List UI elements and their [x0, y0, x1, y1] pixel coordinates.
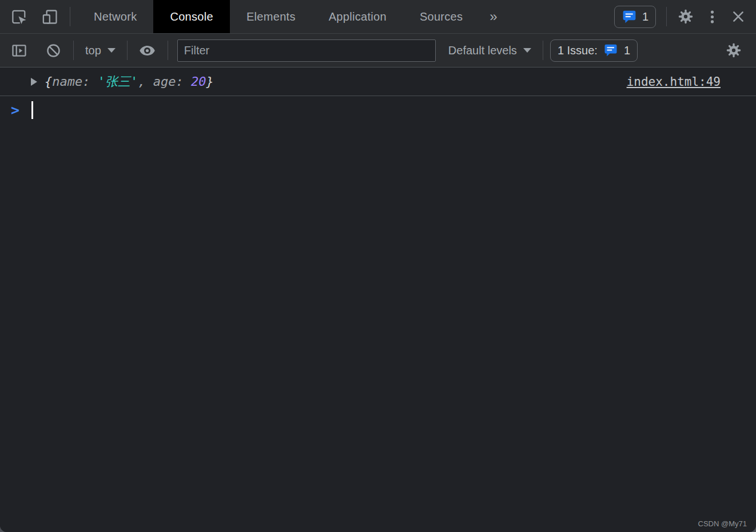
issues-label: 1 Issue: — [558, 44, 598, 57]
javascript-context-selector[interactable]: top — [81, 44, 120, 57]
issues-counter-button[interactable]: 1 Issue: 1 — [550, 39, 638, 62]
eye-icon — [138, 42, 156, 59]
filter-input[interactable] — [177, 39, 436, 62]
source-location-link[interactable]: index.html:49 — [627, 75, 721, 89]
clear-console-icon — [45, 42, 62, 59]
tab-console[interactable]: Console — [153, 0, 229, 33]
gear-icon — [678, 9, 694, 25]
console-messages-badge[interactable]: 1 — [614, 6, 656, 28]
divider — [168, 41, 168, 60]
tab-sources[interactable]: Sources — [403, 0, 479, 33]
inspect-icon — [10, 8, 28, 26]
console-log-entry: {name: '张三', age: 20} index.html:49 — [0, 68, 756, 96]
property-value-number: 20 — [191, 74, 206, 89]
devtools-window: Network Console Elements Application Sou… — [0, 0, 756, 532]
divider — [70, 7, 70, 26]
comma: , — [138, 74, 153, 89]
property-separator: : — [176, 74, 191, 89]
close-devtools-button[interactable] — [725, 3, 751, 30]
issues-count: 1 — [624, 44, 630, 57]
show-console-sidebar-button[interactable] — [6, 37, 32, 63]
devtools-tabbar: Network Console Elements Application Sou… — [0, 0, 756, 34]
tab-label: Elements — [246, 10, 296, 23]
divider — [127, 41, 128, 60]
device-toolbar-icon — [41, 8, 59, 26]
console-messages-area: {name: '张三', age: 20} index.html:49 > CS… — [0, 68, 756, 532]
watermark-text: CSDN @My71 — [698, 519, 747, 528]
kebab-menu-icon — [705, 9, 720, 25]
tab-elements[interactable]: Elements — [230, 0, 312, 33]
more-tabs-button[interactable]: » — [479, 9, 507, 25]
console-sidebar-icon — [10, 42, 28, 59]
gear-icon — [726, 42, 742, 58]
close-icon — [730, 9, 746, 25]
context-selector-label: top — [85, 44, 101, 57]
chat-bubble-icon — [603, 43, 618, 58]
property-name: name — [52, 74, 82, 89]
text-cursor — [31, 101, 33, 119]
tab-application[interactable]: Application — [312, 0, 403, 33]
console-settings-button[interactable] — [721, 37, 747, 63]
toggle-device-toolbar-button[interactable] — [37, 3, 63, 30]
divider — [666, 7, 667, 26]
property-name: age — [153, 74, 176, 89]
object-brace: { — [45, 74, 52, 89]
chat-bubble-icon — [622, 9, 637, 25]
object-brace: } — [206, 74, 213, 89]
prompt-chevron-icon: > — [11, 103, 19, 117]
levels-selector-label: Default levels — [448, 44, 517, 57]
tab-network[interactable]: Network — [77, 0, 153, 33]
property-separator: : — [82, 74, 98, 89]
settings-button[interactable] — [673, 3, 699, 30]
property-value-string: '张三' — [98, 74, 138, 89]
create-live-expression-button[interactable] — [134, 37, 161, 63]
dropdown-caret-icon — [108, 48, 116, 53]
menu-button[interactable] — [699, 3, 725, 30]
badge-count: 1 — [642, 10, 648, 23]
more-tabs-chevron: » — [490, 9, 497, 24]
log-levels-selector[interactable]: Default levels — [444, 44, 536, 57]
divider — [543, 41, 543, 60]
console-toolbar: top Default levels 1 Issue: — [0, 34, 756, 68]
console-prompt[interactable]: > — [0, 96, 756, 124]
inspect-element-button[interactable] — [6, 3, 32, 30]
expand-triangle-icon[interactable] — [31, 78, 37, 86]
divider — [73, 41, 74, 60]
tab-label: Network — [94, 10, 137, 23]
object-preview[interactable]: {name: '张三', age: 20} — [45, 73, 214, 90]
tab-label: Application — [329, 10, 387, 23]
dropdown-caret-icon — [523, 48, 531, 53]
tab-label: Console — [170, 10, 213, 23]
tab-label: Sources — [420, 10, 463, 23]
clear-console-button[interactable] — [40, 37, 66, 63]
